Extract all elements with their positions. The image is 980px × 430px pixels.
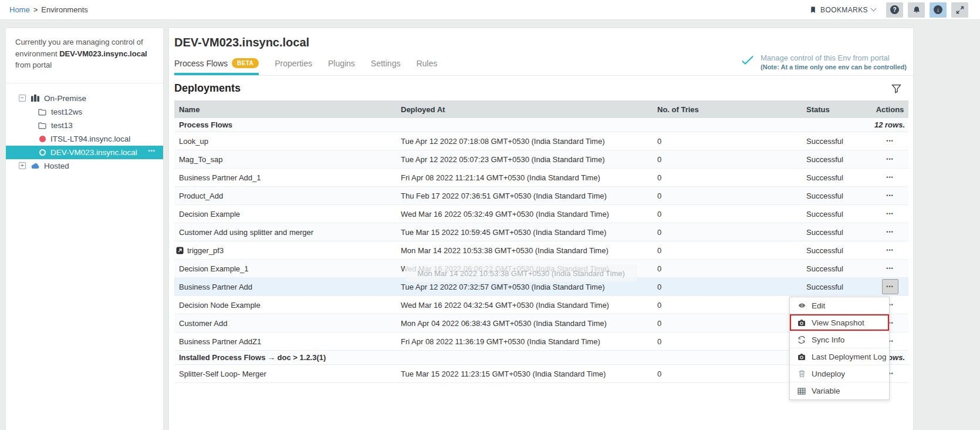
cell-name: Business Partner Add_1 xyxy=(174,173,396,182)
cell-tries: 0 xyxy=(653,319,802,328)
menu-item-variable[interactable]: Variable xyxy=(790,382,889,399)
tab-process-flows[interactable]: Process Flows BETA xyxy=(174,53,259,75)
trash-icon xyxy=(797,369,806,378)
cell-tries: 0 xyxy=(653,137,802,146)
column-header-tries: No. of Tries xyxy=(653,105,802,114)
expand-toggle-icon[interactable]: + xyxy=(19,162,26,169)
page-title: DEV-VM023.insync.local xyxy=(174,28,913,49)
cell-status: Successful xyxy=(802,264,871,273)
cell-tries: 0 xyxy=(653,369,802,378)
tree-item-dev-vm023[interactable]: DEV-VM023.insync.local ••• xyxy=(6,146,163,159)
table-header-row: Name Deployed At No. of Tries Status Act… xyxy=(174,100,908,118)
download-button[interactable]: ↓ xyxy=(930,2,947,18)
help-icon: ? xyxy=(890,5,899,14)
row-actions-menu: Edit View Snapshot Sync Info Last Deploy… xyxy=(789,297,890,400)
cell-tries: 0 xyxy=(653,210,802,219)
tree-item-label: ITSL-LT94.insync.local xyxy=(50,135,130,143)
help-button[interactable]: ? xyxy=(886,2,903,18)
camera-icon xyxy=(797,319,806,327)
menu-item-label: Sync Info xyxy=(812,335,844,344)
cell-status: Successful xyxy=(802,283,871,291)
tab-settings[interactable]: Settings xyxy=(371,53,401,75)
row-actions-button[interactable]: ••• xyxy=(882,261,898,276)
expand-button[interactable] xyxy=(951,2,968,18)
tabs: Process Flows BETA Properties Plugins Se… xyxy=(174,53,913,76)
row-actions-button[interactable]: ••• xyxy=(882,243,898,257)
status-dot-icon xyxy=(39,136,46,142)
building-icon xyxy=(31,95,40,102)
tab-plugins[interactable]: Plugins xyxy=(328,53,355,75)
menu-item-last-deployment-log[interactable]: Last Deployment Log xyxy=(790,348,889,365)
column-header-deployed-at: Deployed At xyxy=(396,105,653,114)
manage-control-note: (Note: At a time only one env can be con… xyxy=(761,63,907,70)
row-actions-button[interactable]: ••• xyxy=(882,207,898,221)
tab-properties[interactable]: Properties xyxy=(275,53,312,75)
topbar-actions: BOOKMARKS ? ↓ xyxy=(809,2,968,18)
fading-tooltip: Mon Mar 14 2022 10:53:38 GMT+0530 (India… xyxy=(405,264,637,282)
cell-deployed-at: Wed Mar 16 2022 05:32:49 GMT+0530 (India… xyxy=(396,210,653,219)
cell-deployed-at: Tue Mar 15 2022 10:59:45 GMT+0530 (India… xyxy=(396,228,653,237)
bookmarks-menu[interactable]: BOOKMARKS xyxy=(809,6,876,14)
cell-name: Business Partner Add xyxy=(174,283,396,291)
collapse-toggle-icon[interactable]: − xyxy=(19,95,26,102)
cell-name: Product_Add xyxy=(174,192,396,200)
tab-label: Properties xyxy=(275,59,312,68)
menu-item-label: Edit xyxy=(812,301,825,310)
managing-control-note: Currently you are managing control of en… xyxy=(6,28,163,78)
note-suffix: from portal xyxy=(15,61,52,69)
tree-item-test13[interactable]: test13 xyxy=(6,119,163,132)
row-actions-button[interactable]: ••• xyxy=(882,170,898,184)
tab-rules[interactable]: Rules xyxy=(416,53,437,75)
cell-deployed-at: Mon Apr 04 2022 06:38:43 GMT+0530 (India… xyxy=(396,319,653,328)
menu-item-label: Last Deployment Log xyxy=(812,352,887,361)
row-actions-button[interactable]: ••• xyxy=(882,189,898,203)
tree-item-on-premise[interactable]: − On-Premise xyxy=(6,92,163,105)
tree-item-label: Hosted xyxy=(44,162,69,170)
table-icon xyxy=(797,388,806,395)
menu-item-edit[interactable]: Edit xyxy=(790,297,889,314)
cell-tries: 0 xyxy=(653,246,802,255)
deployments-title: Deployments xyxy=(174,82,241,95)
tree-item-actions-button[interactable]: ••• xyxy=(148,148,156,154)
table-row: Mag_To_sap Tue Apr 12 2022 05:07:23 GMT+… xyxy=(174,150,908,169)
row-actions-button[interactable]: ••• xyxy=(882,152,898,166)
environments-sidebar: Currently you are managing control of en… xyxy=(6,28,163,430)
cell-name: Splitter-Self Loop- Merger xyxy=(174,369,396,378)
breadcrumb-home-link[interactable]: Home xyxy=(9,5,30,14)
menu-item-view-snapshot[interactable]: View Snapshot xyxy=(790,314,889,331)
row-actions-button-open[interactable]: ••• xyxy=(882,279,898,294)
environment-tree: − On-Premise test12ws test13 ITSL-LT94.i… xyxy=(6,83,163,173)
table-row: Decision Example Wed Mar 16 2022 05:32:4… xyxy=(174,205,908,223)
folder-icon xyxy=(38,122,47,129)
tree-item-label: test13 xyxy=(51,121,73,130)
menu-item-label: Undeploy xyxy=(812,369,845,378)
row-actions-button[interactable]: ••• xyxy=(882,134,898,148)
tree-item-test12ws[interactable]: test12ws xyxy=(6,105,163,119)
cell-deployed-at: Fri Apr 08 2022 11:21:14 GMT+0530 (India… xyxy=(396,173,653,182)
cell-tries: 0 xyxy=(653,301,802,310)
menu-item-sync-info[interactable]: Sync Info xyxy=(790,331,889,348)
menu-item-undeploy[interactable]: Undeploy xyxy=(790,365,889,382)
cell-status: Successful xyxy=(802,210,871,219)
column-header-actions: Actions xyxy=(871,105,908,114)
cell-tries: 0 xyxy=(653,192,802,200)
check-icon xyxy=(741,55,755,65)
row-count-label: 12 rows. xyxy=(874,120,908,129)
cell-status: Successful xyxy=(802,173,871,182)
chevron-down-icon xyxy=(871,6,877,12)
row-actions-button[interactable]: ••• xyxy=(882,225,898,239)
section-header-process-flows: Process Flows 12 rows. xyxy=(174,118,908,132)
tree-item-itsl-lt94[interactable]: ITSL-LT94.insync.local xyxy=(6,132,163,146)
cell-name: trigger_pf3 xyxy=(187,246,224,255)
table-row: Business Partner Add_1 Fri Apr 08 2022 1… xyxy=(174,169,908,187)
tree-item-hosted[interactable]: + Hosted xyxy=(6,159,163,173)
table-row: Customer Add using splitter and merger T… xyxy=(174,223,908,241)
tab-label: Process Flows xyxy=(174,59,228,68)
section-title: Process Flows xyxy=(174,120,874,129)
cell-name: Decision Node Example xyxy=(174,301,396,310)
notifications-button[interactable] xyxy=(908,2,925,18)
manage-control-toggle[interactable]: Manage control of this Env from portal (… xyxy=(741,53,907,70)
tab-label: Settings xyxy=(371,59,401,68)
cell-tries: 0 xyxy=(653,283,802,291)
filter-icon[interactable] xyxy=(891,84,901,93)
